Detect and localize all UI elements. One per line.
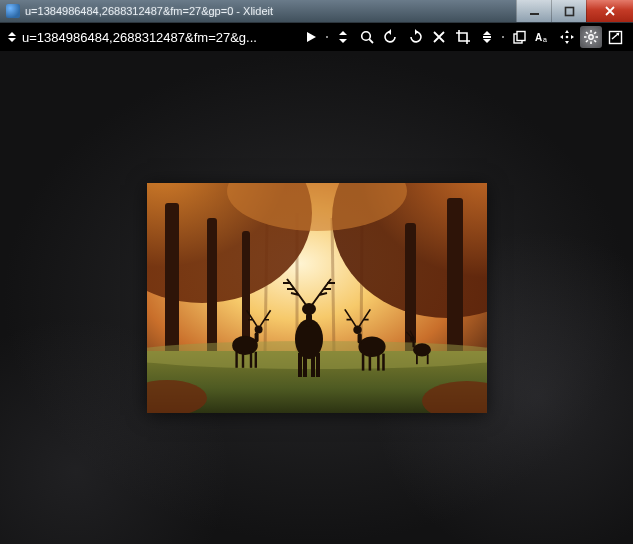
svg-marker-5 bbox=[339, 31, 347, 35]
svg-rect-69 bbox=[382, 354, 385, 371]
svg-point-70 bbox=[413, 343, 431, 356]
crop-icon[interactable] bbox=[452, 26, 474, 48]
svg-rect-12 bbox=[483, 36, 491, 38]
svg-rect-67 bbox=[368, 354, 371, 371]
svg-marker-13 bbox=[483, 39, 491, 43]
minimize-button[interactable] bbox=[516, 0, 551, 22]
svg-marker-18 bbox=[565, 30, 569, 33]
svg-line-31 bbox=[586, 40, 588, 42]
svg-point-51 bbox=[302, 303, 316, 315]
svg-point-58 bbox=[254, 325, 262, 333]
svg-rect-55 bbox=[311, 355, 315, 377]
delete-icon[interactable] bbox=[428, 26, 450, 48]
image-viewport[interactable] bbox=[0, 51, 633, 544]
displayed-image bbox=[147, 183, 487, 413]
toolbar-separator bbox=[325, 27, 329, 47]
svg-text:A: A bbox=[535, 32, 542, 43]
svg-point-22 bbox=[566, 36, 569, 39]
svg-rect-59 bbox=[235, 352, 237, 368]
svg-rect-0 bbox=[530, 13, 539, 15]
close-button[interactable] bbox=[586, 0, 633, 22]
svg-rect-62 bbox=[254, 352, 256, 368]
svg-rect-61 bbox=[249, 352, 251, 368]
svg-rect-74 bbox=[426, 355, 428, 365]
rotate-ccw-icon[interactable] bbox=[380, 26, 402, 48]
svg-rect-64 bbox=[357, 333, 361, 343]
svg-rect-71 bbox=[412, 341, 414, 347]
svg-point-7 bbox=[362, 32, 371, 41]
svg-marker-21 bbox=[571, 35, 574, 39]
svg-rect-50 bbox=[306, 313, 312, 327]
svg-marker-11 bbox=[483, 31, 491, 35]
svg-rect-54 bbox=[303, 355, 307, 377]
play-icon[interactable] bbox=[300, 26, 322, 48]
rotate-cw-icon[interactable] bbox=[404, 26, 426, 48]
filename-label: u=1384986484,2688312487&fm=27&g... bbox=[22, 30, 257, 45]
svg-line-29 bbox=[594, 40, 596, 42]
svg-rect-32 bbox=[609, 31, 621, 43]
svg-rect-42 bbox=[165, 203, 179, 363]
svg-marker-4 bbox=[307, 32, 316, 42]
svg-point-23 bbox=[589, 35, 593, 39]
window-title: u=1384986484,2688312487&fm=27&gp=0 - Xli… bbox=[25, 5, 516, 17]
maximize-button[interactable] bbox=[551, 0, 586, 22]
svg-marker-19 bbox=[565, 41, 569, 44]
svg-marker-9 bbox=[388, 29, 391, 35]
svg-line-30 bbox=[594, 32, 596, 34]
svg-rect-1 bbox=[565, 7, 573, 15]
svg-point-65 bbox=[353, 326, 362, 335]
zoom-icon[interactable] bbox=[356, 26, 378, 48]
svg-rect-15 bbox=[517, 31, 525, 40]
svg-rect-66 bbox=[361, 354, 364, 371]
svg-rect-43 bbox=[207, 218, 217, 363]
svg-rect-44 bbox=[447, 198, 463, 368]
svg-line-8 bbox=[369, 39, 373, 43]
svg-rect-53 bbox=[316, 353, 320, 377]
window-controls bbox=[516, 0, 633, 22]
fullscreen-icon[interactable] bbox=[604, 26, 626, 48]
svg-rect-73 bbox=[416, 355, 418, 365]
window-titlebar: u=1384986484,2688312487&fm=27&gp=0 - Xli… bbox=[0, 0, 633, 23]
svg-rect-60 bbox=[241, 352, 243, 368]
move-icon[interactable] bbox=[556, 26, 578, 48]
fit-icon[interactable] bbox=[332, 26, 354, 48]
svg-rect-57 bbox=[254, 333, 258, 343]
app-icon bbox=[6, 4, 20, 18]
svg-marker-3 bbox=[8, 38, 16, 42]
svg-rect-52 bbox=[298, 353, 302, 377]
levels-icon[interactable] bbox=[476, 26, 498, 48]
text-icon[interactable]: A a bbox=[532, 26, 554, 48]
svg-line-28 bbox=[586, 32, 588, 34]
svg-text:a: a bbox=[543, 36, 547, 43]
filename-dropdown-icon[interactable] bbox=[6, 30, 18, 44]
svg-marker-10 bbox=[415, 29, 418, 35]
svg-marker-2 bbox=[8, 32, 16, 36]
svg-line-37 bbox=[332, 218, 334, 355]
svg-rect-68 bbox=[377, 354, 380, 371]
svg-marker-6 bbox=[339, 39, 347, 43]
settings-icon[interactable] bbox=[580, 26, 602, 48]
copy-icon[interactable] bbox=[508, 26, 530, 48]
svg-marker-20 bbox=[560, 35, 563, 39]
toolbar: u=1384986484,2688312487&fm=27&g... bbox=[0, 23, 633, 51]
toolbar-separator bbox=[501, 27, 505, 47]
